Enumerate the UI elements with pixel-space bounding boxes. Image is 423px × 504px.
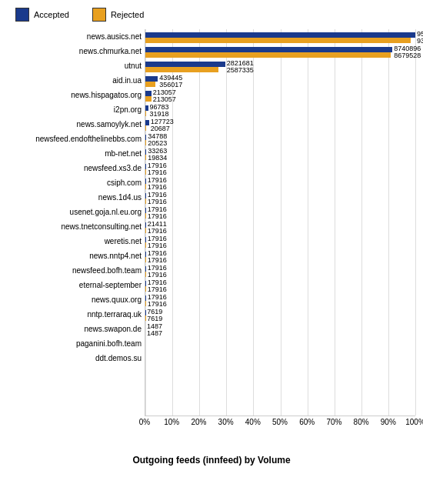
bar-rejected [145,96,152,102]
y-label: paganini.bofh.team [8,336,145,351]
bar-value-labels: 2141117916 [148,221,167,235]
bar-accepted [145,149,146,155]
bar-rejected [145,213,146,219]
bar-value-labels: 1791617916 [148,279,167,293]
bar-rejected [145,286,146,292]
bar-row: 1791617916 [145,175,415,190]
bar-row: 439445356017 [145,73,415,88]
bar-rejected [145,52,391,58]
bar-accepted [145,76,158,82]
bar-rejected [145,169,146,175]
bar-rejected [145,38,411,43]
bar-accepted [145,237,146,242]
bar-rejected [145,111,146,116]
bar-accepted [145,179,146,184]
bar-rejected [145,272,146,277]
y-label: aid.in.ua [8,73,145,88]
bar-row: 12772320687 [145,117,415,132]
legend: Accepted Rejected [8,8,415,22]
bar-value-labels: 28216812587335 [227,60,254,74]
bar-rejected [145,257,146,262]
x-axis-title: Outgoing feeds (innfeed) by Volume [8,455,415,466]
y-label: utnut [8,58,145,73]
legend-accepted-label: Accepted [34,10,69,19]
grid-line [415,29,416,416]
y-label: news.samoylyk.net [8,117,145,132]
x-tick: 0% [139,418,150,426]
y-label: news.1d4.us [8,190,145,205]
bar-value-labels: 14871487 [147,323,162,337]
y-label: news.swapon.de [8,322,145,336]
bar-row [145,336,415,351]
bar-row: 1791617916 [145,263,415,278]
bar-accepted [145,32,415,38]
y-label: mb-net.net [8,146,145,161]
bar-row: 3478820523 [145,132,415,146]
bar-value-labels: 1791617916 [148,162,167,176]
x-tick: 10% [164,418,179,426]
bar-value-labels: 439445356017 [159,75,182,88]
bar-row: 1791617916 [145,205,415,219]
bar-row: 9678331918 [145,102,415,117]
bar-accepted [145,91,152,96]
bar-row: 87408968679528 [145,44,415,58]
bar-value-labels: 9678331918 [150,104,169,118]
chart-container: Accepted Rejected news.ausics.netnews.ch… [0,0,423,504]
bar-row: 1791617916 [145,292,415,307]
x-tick: 60% [299,418,315,426]
bar-accepted [145,135,146,140]
bar-value-labels: 76197619 [147,309,162,322]
legend-rejected: Rejected [92,8,144,22]
bar-value-labels: 95539649395996 [417,31,423,45]
y-label: news.hispagatos.org [8,88,145,102]
chart-area: news.ausics.netnews.chmurka.netutnutaid.… [8,29,415,433]
bar-row: 14871487 [145,322,415,336]
bar-rejected [145,199,146,204]
y-label: usenet.goja.nl.eu.org [8,205,145,219]
y-label: weretis.net [8,234,145,249]
bar-row: 1791617916 [145,234,415,249]
x-tick: 30% [218,418,234,426]
x-axis-container: 0%10%20%30%40%50%60%70%80%90%100% [145,416,415,433]
bar-row: 213057213057 [145,88,415,102]
bar-rejected-label: 9395996 [417,38,423,45]
legend-accepted: Accepted [15,8,69,22]
bar-rejected [145,155,146,160]
bar-row: 3326319834 [145,146,415,161]
y-label: news.ausics.net [8,29,145,44]
bar-row: 1791617916 [145,161,415,175]
bar-accepted [145,164,146,169]
x-tick: 40% [245,418,261,426]
bar-row: 1791617916 [145,249,415,263]
bar-accepted [145,120,149,125]
bar-value-labels: 1791617916 [148,235,167,249]
x-tick: 80% [354,418,369,426]
bar-accepted [145,281,146,286]
bars-section: 9553964939599687408968679528282168125873… [145,29,415,416]
bar-row: 76197619 [145,307,415,322]
bar-value-labels: 1791617916 [148,265,167,279]
y-labels: news.ausics.netnews.chmurka.netutnutaid.… [8,29,145,365]
y-label: newsfeed.endofthelinebbs.com [8,132,145,146]
bar-value-labels: 12772320687 [151,118,174,132]
bar-value-labels: 1791617916 [148,206,167,220]
bar-row: 1791617916 [145,190,415,205]
bar-row: 1791617916 [145,278,415,292]
bar-row: 95539649395996 [145,29,415,44]
bar-accepted [145,252,146,257]
bar-accepted [145,105,148,111]
y-label: news.tnetconsulting.net [8,219,145,234]
bar-rejected [145,67,218,72]
bar-accepted [145,295,146,301]
bar-rejected [145,184,146,189]
y-label: news.chmurka.net [8,44,145,58]
x-tick: 70% [326,418,341,426]
bar-value-labels: 1791617916 [148,250,167,264]
y-label: nntp.terraraq.uk [8,307,145,322]
y-label: newsfeed.xs3.de [8,161,145,175]
bar-accepted [145,62,225,67]
x-tick: 50% [272,418,288,426]
x-tick: 90% [381,418,396,426]
bar-rejected [145,301,146,306]
y-label: csiph.com [8,175,145,190]
